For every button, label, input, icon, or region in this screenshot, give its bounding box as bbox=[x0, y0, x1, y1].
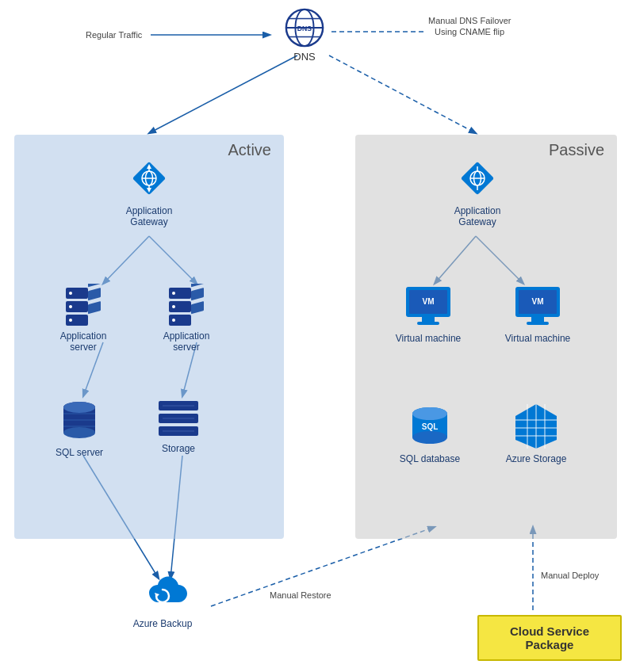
svg-point-45 bbox=[172, 292, 175, 295]
svg-point-50 bbox=[63, 427, 95, 438]
passive-sql-database-label: SQL database bbox=[390, 453, 469, 464]
active-storage-label: Storage bbox=[147, 443, 210, 454]
passive-app-gateway-label: Application Gateway bbox=[446, 205, 509, 228]
active-storage: Storage bbox=[147, 396, 210, 454]
active-app-server-1: Application server bbox=[48, 284, 119, 353]
svg-text:Manual DNS Failover: Manual DNS Failover bbox=[428, 16, 511, 25]
svg-rect-71 bbox=[422, 317, 435, 322]
active-app-gateway-icon bbox=[125, 155, 173, 202]
active-app-gateway-label: Application Gateway bbox=[117, 205, 181, 228]
active-app-server-1-label: Application server bbox=[48, 330, 119, 353]
svg-text:VM: VM bbox=[531, 297, 543, 306]
passive-vm-1-icon: VM bbox=[403, 284, 454, 330]
svg-point-80 bbox=[412, 431, 447, 444]
passive-vm-2: VM Virtual machine bbox=[498, 284, 577, 344]
svg-point-36 bbox=[69, 292, 72, 295]
passive-vm-2-label: Virtual machine bbox=[498, 333, 577, 344]
svg-line-1 bbox=[149, 55, 297, 133]
svg-text:VM: VM bbox=[422, 297, 434, 306]
svg-point-38 bbox=[69, 319, 72, 322]
svg-text:Manual Deploy: Manual Deploy bbox=[541, 571, 600, 580]
azure-backup-label: Azure Backup bbox=[123, 618, 202, 629]
svg-rect-42 bbox=[191, 284, 204, 287]
svg-point-81 bbox=[412, 407, 447, 420]
passive-sql-database-icon: SQL bbox=[406, 403, 454, 450]
svg-line-12 bbox=[211, 527, 435, 606]
passive-azure-storage: Azure Storage bbox=[496, 403, 576, 464]
active-app-server-1-icon bbox=[59, 284, 107, 327]
svg-rect-76 bbox=[531, 317, 544, 322]
passive-sql-database: SQL SQL database bbox=[390, 403, 469, 464]
active-app-server-2-label: Application server bbox=[151, 330, 222, 353]
active-app-server-2-icon bbox=[163, 284, 210, 327]
svg-point-47 bbox=[172, 319, 175, 322]
svg-text:Manual Restore: Manual Restore bbox=[270, 590, 331, 600]
active-app-gateway: Application Gateway bbox=[117, 155, 181, 228]
active-sql-server: SQL server bbox=[44, 396, 115, 458]
azure-backup: Azure Backup bbox=[123, 569, 202, 629]
csp-label: Cloud Service Package bbox=[510, 624, 589, 651]
passive-vm-1: VM Virtual machine bbox=[389, 284, 468, 344]
svg-point-46 bbox=[172, 305, 175, 308]
active-sql-server-icon bbox=[58, 396, 102, 444]
svg-rect-72 bbox=[417, 322, 439, 325]
svg-rect-43 bbox=[191, 288, 204, 300]
azure-backup-icon bbox=[135, 569, 190, 615]
svg-rect-44 bbox=[191, 301, 204, 314]
regular-traffic-label: Regular Traffic bbox=[86, 30, 143, 40]
cloud-service-package: Cloud Service Package bbox=[477, 615, 622, 661]
passive-vm-1-label: Virtual machine bbox=[389, 333, 468, 344]
svg-rect-77 bbox=[527, 322, 549, 325]
svg-point-37 bbox=[69, 305, 72, 308]
svg-rect-34 bbox=[88, 288, 101, 300]
dns-node: DNS DNS bbox=[273, 6, 336, 63]
svg-text:SQL: SQL bbox=[422, 422, 439, 431]
svg-text:Using CNAME flip: Using CNAME flip bbox=[435, 27, 504, 36]
dns-globe-icon: DNS bbox=[283, 6, 326, 49]
active-app-server-2: Application server bbox=[151, 284, 222, 353]
passive-azure-storage-icon bbox=[511, 403, 562, 450]
svg-point-51 bbox=[63, 402, 95, 413]
svg-rect-33 bbox=[88, 284, 101, 287]
active-sql-server-label: SQL server bbox=[44, 447, 115, 458]
active-storage-icon bbox=[155, 396, 202, 440]
svg-text:DNS: DNS bbox=[297, 25, 312, 32]
passive-vm-2-icon: VM bbox=[512, 284, 564, 330]
passive-app-gateway: Application Gateway bbox=[446, 155, 509, 228]
dns-label: DNS bbox=[273, 51, 336, 63]
diagram-container: Regular Traffic Manual DNS Failover Usin… bbox=[0, 0, 636, 672]
passive-app-gateway-icon bbox=[454, 155, 501, 202]
svg-line-2 bbox=[329, 55, 476, 133]
svg-rect-35 bbox=[88, 301, 101, 314]
passive-azure-storage-label: Azure Storage bbox=[496, 453, 576, 464]
